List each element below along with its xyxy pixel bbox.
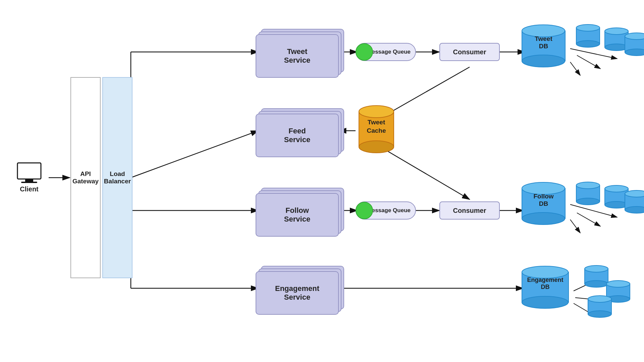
mq-tweet-dot (356, 43, 373, 61)
mq-follow: Message Queue (356, 201, 416, 220)
svg-point-30 (625, 190, 644, 197)
tweet-cache: TweetCache (356, 102, 396, 153)
feed-service-stack: Feed Service (256, 108, 342, 155)
engagement-db-shard3-svg (586, 295, 613, 318)
feed-service-box: Feed Service (256, 114, 339, 157)
tweet-db-label: TweetDB (519, 35, 568, 50)
mq-tweet-label: Message Queue (367, 49, 411, 55)
tweet-db-group: TweetDB (519, 23, 644, 90)
svg-point-20 (522, 213, 565, 225)
feed-service-label: Feed Service (284, 127, 310, 144)
tweet-db-shard3-svg (623, 32, 644, 57)
svg-point-41 (588, 311, 611, 317)
consumer-follow-label: Consumer (453, 207, 486, 215)
svg-rect-3 (21, 182, 37, 183)
follow-service-box: Follow Service (256, 193, 339, 237)
mq-follow-dot (356, 202, 373, 219)
svg-rect-2 (25, 179, 33, 182)
consumer-tweet: Consumer (439, 43, 500, 61)
svg-point-29 (625, 206, 644, 213)
follow-service-label: Follow Service (284, 206, 310, 224)
load-balancer-label: Load Balancer (104, 170, 131, 185)
svg-point-12 (576, 24, 600, 31)
follow-service-stack: Follow Service (256, 188, 342, 235)
svg-point-18 (625, 33, 644, 40)
tweet-service-label: Tweet Service (284, 47, 310, 65)
api-gateway-label: API Gateway (72, 170, 99, 185)
engagement-db-label: EngagementDB (519, 277, 571, 291)
arrow-lb-feed (131, 131, 258, 178)
svg-point-6 (359, 106, 394, 118)
svg-point-11 (576, 41, 600, 47)
svg-rect-1 (17, 163, 41, 179)
tweet-service-stack: Tweet Service (256, 29, 342, 76)
tweet-cache-label: TweetCache (356, 118, 396, 135)
mq-follow-label: Message Queue (367, 207, 411, 214)
mq-tweet: Message Queue (356, 43, 416, 61)
engagement-db-group: EngagementDB (519, 265, 644, 332)
tweet-service-box: Tweet Service (256, 34, 339, 78)
svg-point-8 (522, 55, 565, 67)
api-gateway: API Gateway (70, 77, 101, 278)
engagement-service-stack: Engagement Service (256, 266, 342, 313)
follow-db-shard3-svg (623, 189, 644, 215)
consumer-tweet-label: Consumer (453, 48, 486, 56)
follow-db-label: FollowDB (519, 193, 568, 207)
consumer-follow: Consumer (439, 201, 500, 220)
client-label: Client (20, 185, 39, 193)
follow-db-group: FollowDB (519, 181, 644, 248)
svg-point-5 (359, 141, 394, 153)
follow-db-shard1-svg (575, 181, 601, 206)
load-balancer: Load Balancer (102, 77, 132, 278)
svg-point-39 (606, 281, 630, 287)
svg-point-24 (576, 182, 600, 189)
monitor-icon (16, 162, 43, 184)
engagement-service-box: Engagement Service (256, 271, 339, 315)
client-area: Client (11, 158, 48, 198)
diagram: Client API Gateway Load Balancer Tweet S… (0, 0, 644, 362)
svg-point-36 (585, 265, 608, 272)
tweet-db-shard1-svg (575, 23, 601, 49)
svg-point-23 (576, 198, 600, 205)
svg-point-32 (522, 296, 568, 308)
engagement-service-label: Engagement Service (275, 284, 319, 302)
svg-point-17 (625, 49, 644, 56)
svg-point-42 (588, 296, 611, 302)
